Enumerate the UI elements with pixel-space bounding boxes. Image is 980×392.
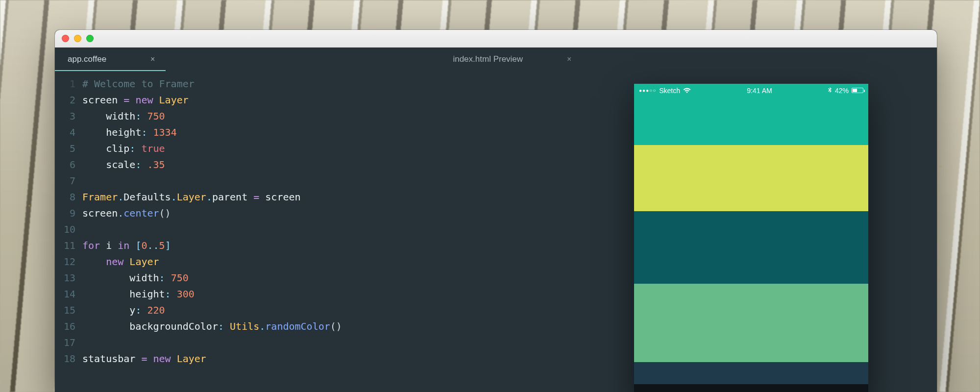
traffic-light-minimize[interactable] (74, 35, 81, 42)
code-line[interactable]: height: 1334 (82, 124, 525, 141)
traffic-light-zoom[interactable] (86, 35, 94, 42)
traffic-light-close[interactable] (62, 35, 69, 42)
line-number: 16 (55, 318, 75, 335)
code-line[interactable] (82, 335, 525, 351)
line-number: 10 (55, 221, 75, 238)
bluetooth-icon (828, 87, 832, 94)
code-line[interactable]: width: 750 (82, 270, 525, 286)
preview-color-stripe (634, 284, 868, 362)
tab-index-preview[interactable]: index.html Preview × (440, 48, 582, 71)
close-icon[interactable]: × (150, 55, 155, 64)
line-number: 14 (55, 286, 75, 302)
code-line[interactable]: new Layer (82, 254, 525, 270)
window-titlebar[interactable] (55, 30, 937, 48)
line-number: 13 (55, 270, 75, 286)
clock-label: 9:41 AM (747, 87, 772, 95)
code-line[interactable]: screen.center() (82, 205, 525, 221)
preview-color-stripe (634, 362, 868, 384)
line-number: 5 (55, 141, 75, 157)
code-line[interactable]: clip: true (82, 141, 525, 157)
preview-color-stripe (634, 145, 868, 211)
line-number-gutter: 123456789101112131415161718 (55, 76, 82, 392)
tab-app-coffee[interactable]: app.coffee × (55, 48, 166, 71)
code-content[interactable]: # Welcome to Framerscreen = new Layer wi… (82, 76, 525, 392)
tab-label: index.html Preview (453, 54, 523, 64)
wifi-icon (683, 88, 691, 94)
line-number: 9 (55, 205, 75, 221)
tab-bar: app.coffee × index.html Preview × (55, 48, 937, 71)
code-line[interactable]: height: 300 (82, 286, 525, 302)
editor-window: app.coffee × index.html Preview × 123456… (55, 30, 937, 392)
line-number: 3 (55, 108, 75, 124)
code-line[interactable]: for i in [0..5] (82, 238, 525, 254)
code-line[interactable]: y: 220 (82, 302, 525, 318)
preview-color-stripe (634, 97, 868, 145)
line-number: 8 (55, 189, 75, 205)
line-number: 7 (55, 173, 75, 189)
line-number: 17 (55, 335, 75, 351)
code-line[interactable]: screen = new Layer (82, 92, 525, 108)
code-line[interactable]: # Welcome to Framer (82, 76, 525, 92)
signal-dots-icon: ●●●○○ (639, 88, 656, 93)
code-line[interactable]: width: 750 (82, 108, 525, 124)
line-number: 11 (55, 238, 75, 254)
code-line[interactable]: backgroundColor: Utils.randomColor() (82, 318, 525, 335)
tab-spacer (166, 48, 440, 71)
work-area: 123456789101112131415161718 # Welcome to… (55, 71, 937, 392)
line-number: 18 (55, 351, 75, 367)
line-number: 2 (55, 92, 75, 108)
line-number: 12 (55, 254, 75, 270)
device-preview: ●●●○○ Sketch 9:41 AM 42% (634, 84, 868, 392)
line-number: 4 (55, 124, 75, 141)
battery-pct-label: 42% (835, 87, 849, 95)
preview-color-stripe (634, 211, 868, 284)
code-editor[interactable]: 123456789101112131415161718 # Welcome to… (55, 71, 525, 392)
preview-pane: ●●●○○ Sketch 9:41 AM 42% (525, 71, 937, 392)
carrier-label: Sketch (659, 87, 680, 95)
battery-icon (852, 88, 863, 93)
code-line[interactable]: Framer.Defaults.Layer.parent = screen (82, 189, 525, 205)
code-line[interactable]: statusbar = new Layer (82, 351, 525, 367)
code-line[interactable] (82, 221, 525, 238)
line-number: 15 (55, 302, 75, 318)
line-number: 1 (55, 76, 75, 92)
tab-label: app.coffee (68, 54, 106, 64)
close-icon[interactable]: × (567, 55, 571, 64)
ios-status-bar: ●●●○○ Sketch 9:41 AM 42% (634, 84, 868, 97)
code-line[interactable] (82, 173, 525, 189)
line-number: 6 (55, 157, 75, 173)
code-line[interactable]: scale: .35 (82, 157, 525, 173)
